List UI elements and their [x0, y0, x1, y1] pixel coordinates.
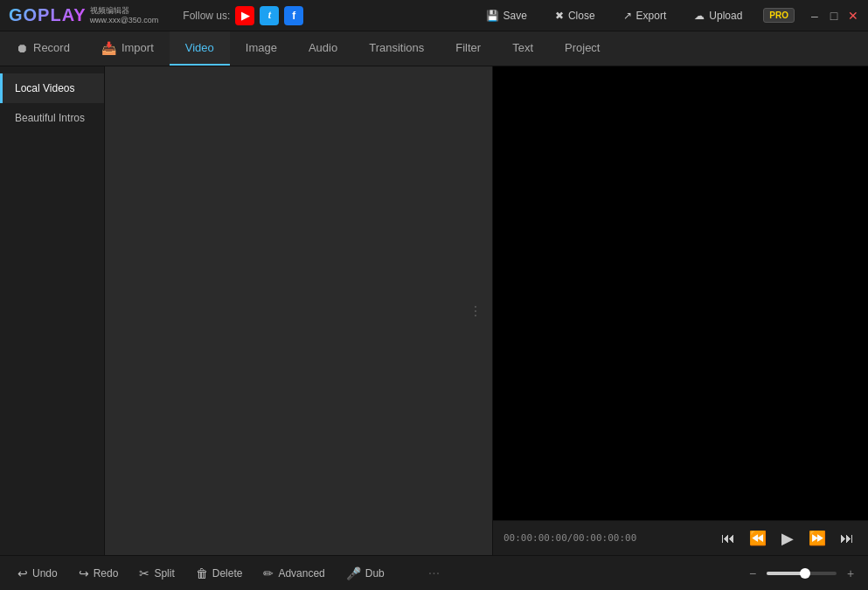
step-forward-button[interactable]: ⏩ — [807, 528, 828, 549]
advanced-label: Advanced — [278, 567, 324, 580]
maximize-button[interactable]: □ — [828, 10, 840, 22]
redo-button[interactable]: ↪ Redo — [70, 562, 128, 585]
main-layout: Local Videos Beautiful Intros ··· 00:00:… — [0, 66, 868, 555]
tab-record-label: Record — [33, 41, 70, 54]
volume-decrease-button[interactable]: − — [744, 565, 761, 582]
close-icon: ✖ — [555, 10, 564, 22]
tab-filter-label: Filter — [455, 41, 481, 54]
sidebar-item-local-videos[interactable]: Local Videos — [0, 73, 104, 103]
content-area: ··· — [105, 66, 492, 555]
record-icon: ⏺ — [16, 41, 28, 55]
tab-record[interactable]: ⏺ Record — [0, 31, 86, 66]
tab-image-label: Image — [246, 41, 277, 54]
delete-label: Delete — [212, 567, 243, 580]
undo-icon: ↩ — [17, 566, 28, 580]
upload-button[interactable]: ☁ Upload — [687, 7, 749, 24]
preview-controls: 00:00:00:00/00:00:00:00 ⏮ ⏪ ▶ ⏩ ⏭ — [493, 520, 868, 555]
minimize-button[interactable]: – — [809, 10, 821, 22]
sidebar-local-videos-label: Local Videos — [15, 82, 75, 94]
upload-icon: ☁ — [694, 10, 705, 22]
playback-buttons: ⏮ ⏪ ▶ ⏩ ⏭ — [718, 528, 858, 549]
volume-slider[interactable] — [767, 572, 837, 575]
youtube-icon[interactable]: ▶ — [235, 6, 254, 25]
skip-to-start-button[interactable]: ⏮ — [718, 528, 739, 549]
preview-panel: 00:00:00:00/00:00:00:00 ⏮ ⏪ ▶ ⏩ ⏭ — [492, 66, 868, 555]
play-pause-button[interactable]: ▶ — [777, 528, 798, 549]
tab-video-label: Video — [185, 41, 214, 54]
tab-transitions[interactable]: Transitions — [353, 31, 440, 66]
save-button[interactable]: 💾 Save — [479, 7, 534, 24]
split-icon: ✂ — [139, 566, 149, 580]
logo-text: GOPLAY — [9, 5, 87, 25]
content-collapse-dots[interactable]: ··· — [467, 304, 485, 317]
pro-badge: PRO — [763, 8, 795, 23]
import-icon: 📥 — [101, 41, 116, 55]
tab-import-label: Import — [122, 41, 154, 54]
advanced-button[interactable]: ✏ Advanced — [254, 562, 333, 585]
close-window-button[interactable]: ✕ — [847, 10, 859, 22]
dub-label: Dub — [365, 567, 385, 580]
follow-us-section: Follow us: ▶ t f — [183, 6, 303, 25]
split-label: Split — [154, 567, 174, 580]
export-icon: ↗ — [623, 10, 632, 22]
tab-text-label: Text — [512, 41, 533, 54]
sidebar-beautiful-intros-label: Beautiful Intros — [15, 112, 85, 124]
save-icon: 💾 — [486, 10, 499, 22]
upload-label: Upload — [709, 10, 742, 22]
export-label: Export — [636, 10, 667, 22]
advanced-icon: ✏ — [263, 566, 274, 580]
undo-label: Undo — [32, 567, 58, 580]
step-back-button[interactable]: ⏪ — [747, 528, 768, 549]
split-button[interactable]: ✂ Split — [130, 562, 183, 585]
close-button[interactable]: ✖ Close — [548, 7, 602, 24]
undo-button[interactable]: ↩ Undo — [9, 562, 66, 585]
titlebar-left: GOPLAY 视频编辑器www.xxx@350.com Follow us: ▶… — [9, 5, 303, 25]
toolbar-more-dots[interactable]: ··· — [428, 566, 440, 581]
tab-image[interactable]: Image — [230, 31, 293, 66]
redo-icon: ↪ — [79, 566, 89, 580]
bottom-toolbar: ↩ Undo ↪ Redo ✂ Split 🗑 Delete ✏ Advance… — [0, 555, 868, 590]
skip-to-end-button[interactable]: ⏭ — [837, 528, 858, 549]
tab-import[interactable]: 📥 Import — [86, 31, 170, 66]
dub-icon: 🎤 — [346, 566, 361, 580]
tab-project-label: Project — [565, 41, 600, 54]
close-label: Close — [568, 10, 595, 22]
logo-sub: 视频编辑器www.xxx@350.com — [90, 6, 159, 25]
tab-bar: ⏺ Record 📥 Import Video Image Audio Tran… — [0, 31, 868, 66]
volume-control: − + — [744, 565, 859, 582]
window-controls: – □ ✕ — [809, 10, 859, 22]
preview-screen — [493, 66, 868, 520]
save-label: Save — [503, 10, 527, 22]
title-bar: GOPLAY 视频编辑器www.xxx@350.com Follow us: ▶… — [0, 0, 868, 31]
sidebar-item-beautiful-intros[interactable]: Beautiful Intros — [0, 103, 104, 133]
tab-transitions-label: Transitions — [369, 41, 424, 54]
logo-area: GOPLAY 视频编辑器www.xxx@350.com — [9, 5, 158, 25]
tab-video[interactable]: Video — [170, 31, 230, 66]
redo-label: Redo — [94, 567, 119, 580]
facebook-icon[interactable]: f — [284, 6, 303, 25]
tab-audio[interactable]: Audio — [293, 31, 353, 66]
follow-label: Follow us: — [183, 10, 230, 22]
dub-button[interactable]: 🎤 Dub — [337, 562, 393, 585]
tab-audio-label: Audio — [309, 41, 337, 54]
titlebar-right: 💾 Save ✖ Close ↗ Export ☁ Upload PRO – □… — [479, 7, 859, 24]
timecode: 00:00:00:00/00:00:00:00 — [503, 532, 636, 544]
tab-project[interactable]: Project — [549, 31, 615, 66]
delete-button[interactable]: 🗑 Delete — [187, 562, 252, 585]
tab-filter[interactable]: Filter — [440, 31, 496, 66]
volume-increase-button[interactable]: + — [842, 565, 859, 582]
export-button[interactable]: ↗ Export — [616, 7, 674, 24]
tab-text[interactable]: Text — [496, 31, 549, 66]
twitter-icon[interactable]: t — [260, 6, 279, 25]
volume-thumb[interactable] — [800, 568, 810, 579]
delete-icon: 🗑 — [196, 566, 208, 580]
sidebar: Local Videos Beautiful Intros — [0, 66, 105, 555]
